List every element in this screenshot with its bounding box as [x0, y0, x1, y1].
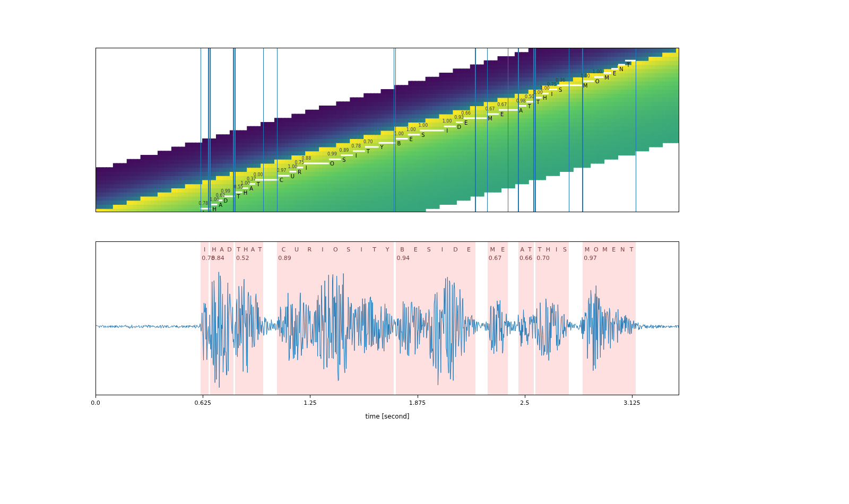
token-char: E	[500, 111, 504, 117]
token-score: 0.36	[556, 78, 565, 83]
token-char: I	[356, 153, 357, 159]
word-letter: I	[322, 246, 323, 253]
word-boundary-line	[535, 48, 536, 212]
token-char: I	[306, 165, 307, 171]
word-letter: E	[414, 246, 418, 253]
trellis-overlay: I0.78H1.00A0.62D0.99T0.55H1.00A0.37T0.00…	[96, 48, 679, 212]
word-labels-layer: I0.78HAD0.84THAT0.52CURIOSITY0.89BESIDE0…	[96, 242, 679, 395]
token-char: E	[613, 71, 616, 76]
token-score: 1.00	[593, 69, 602, 74]
word-boundary-line	[487, 48, 488, 212]
token-score: 1.00	[394, 132, 404, 136]
word-boundary-line	[533, 48, 534, 212]
x-tick-label: 1.25	[304, 399, 317, 406]
word-letter: H	[212, 246, 216, 253]
token-char: M	[488, 116, 492, 121]
token-char: T	[367, 149, 370, 154]
word-letter: T	[237, 246, 240, 253]
token-score: 0.55	[234, 185, 244, 189]
word-boundary-line	[277, 48, 278, 212]
token-score: 1.00	[443, 119, 452, 124]
x-tick-mark	[525, 395, 525, 398]
word-letter: A	[520, 246, 524, 253]
word-score: 0.70	[536, 255, 550, 262]
word-letter: I	[204, 246, 205, 253]
token-score: 0.78	[198, 201, 208, 206]
token-score: 0.93	[454, 115, 464, 120]
x-tick-label: 0.0	[91, 399, 100, 406]
token-score: 0.66	[461, 111, 471, 116]
word-letter: S	[563, 246, 567, 253]
word-letter: T	[528, 246, 532, 253]
token-char: H	[543, 95, 547, 101]
token-score: 0.75	[294, 160, 304, 165]
word-letter: T	[372, 246, 376, 253]
word-letter: H	[546, 246, 550, 253]
word-boundary-line	[508, 48, 509, 212]
word-boundary-line	[518, 48, 519, 212]
word-boundary-line	[395, 48, 396, 212]
word-letter: D	[227, 246, 231, 253]
token-char: T	[627, 62, 630, 68]
token-char: M	[604, 75, 609, 81]
word-letter: S	[427, 246, 431, 253]
word-boundary-line	[394, 48, 395, 212]
word-letter: R	[308, 246, 312, 253]
token-char: E	[410, 136, 413, 142]
word-boundary-line	[210, 48, 211, 212]
x-tick-label: 3.125	[623, 399, 640, 406]
token-score: 0.00	[254, 172, 263, 177]
word-letter: S	[346, 246, 350, 253]
word-letter: O	[594, 246, 599, 253]
word-letter: T	[538, 246, 542, 253]
token-score: 0.37	[247, 177, 256, 181]
word-letter: I	[441, 246, 443, 253]
word-boundary-line	[201, 48, 202, 212]
token-char: O	[330, 161, 334, 167]
token-char: T	[536, 99, 540, 105]
word-letter: C	[282, 246, 286, 253]
token-char: R	[298, 169, 301, 175]
token-char: Y	[380, 144, 384, 150]
token-char: H	[244, 190, 248, 196]
word-boundary-line	[208, 48, 209, 212]
x-tick-label: 2.5	[520, 399, 530, 406]
token-score: 1.00	[210, 197, 219, 202]
word-score: 0.89	[278, 255, 291, 262]
token-score: 1.00	[418, 123, 428, 128]
word-letter: A	[251, 246, 255, 253]
word-letter: B	[400, 246, 404, 253]
word-boundary-line	[582, 48, 583, 212]
word-letter: T	[258, 246, 262, 253]
word-score: 0.97	[584, 255, 597, 262]
token-char: T	[257, 181, 260, 187]
token-char: T	[528, 103, 531, 109]
word-letter: M	[602, 246, 608, 253]
token-score: 0.78	[351, 144, 361, 149]
token-score: 0.89	[340, 148, 349, 153]
word-letter: T	[630, 246, 634, 253]
word-letter: N	[620, 246, 625, 253]
token-char: S	[342, 157, 345, 163]
x-tick-mark	[310, 395, 310, 398]
token-char: E	[464, 120, 467, 126]
token-score: 0.98	[516, 99, 526, 103]
token-score: 1.00	[241, 181, 250, 186]
word-score: 0.67	[489, 255, 502, 262]
token-score: 1.00	[540, 86, 550, 91]
x-tick-mark	[632, 395, 633, 398]
word-score: 0.94	[397, 255, 410, 262]
token-char: D	[457, 124, 461, 130]
word-letter: H	[244, 246, 248, 253]
x-tick-label: 1.875	[409, 399, 426, 406]
word-boundary-line	[636, 48, 637, 212]
word-letter: M	[490, 246, 496, 253]
word-letter: E	[501, 246, 505, 253]
token-char: N	[619, 66, 623, 72]
token-char: O	[595, 79, 600, 84]
word-letter: E	[612, 246, 616, 253]
word-letter: A	[220, 246, 224, 253]
token-score: 0.62	[216, 193, 226, 198]
token-score: 0.97	[277, 168, 287, 173]
token-char: I	[446, 128, 448, 134]
